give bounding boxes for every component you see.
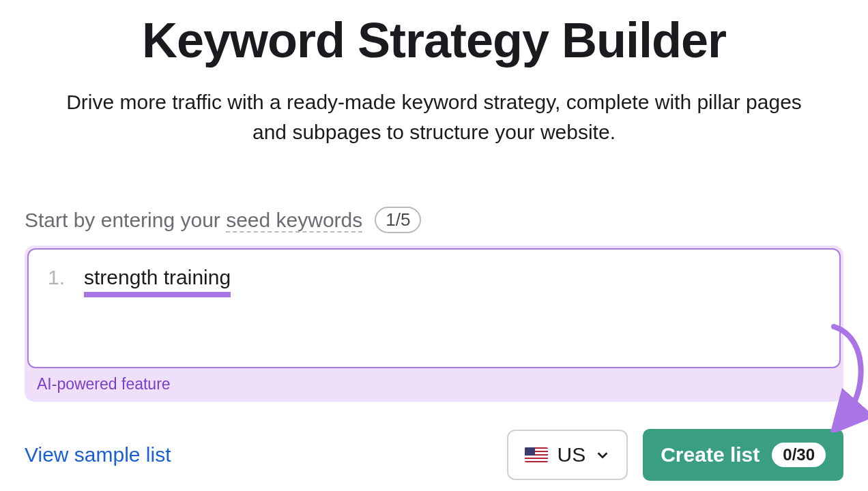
seed-keyword-value: strength training	[84, 266, 231, 289]
create-list-count-badge: 0/30	[772, 443, 826, 467]
highlight-underline	[84, 292, 231, 297]
create-list-label: Create list	[661, 443, 760, 466]
chevron-down-icon	[595, 447, 610, 462]
seed-prompt-text: Start by entering your seed keywords	[25, 209, 362, 232]
seed-row-1: 1. strength training	[48, 266, 820, 289]
seed-input-wrap: 1. strength training AI-powered feature	[25, 246, 843, 402]
footer-right-controls: US Create list 0/30	[507, 429, 843, 481]
seed-keyword-input[interactable]: 1. strength training	[27, 248, 841, 368]
seed-keyword-text: strength training	[84, 266, 231, 288]
page-title: Keyword Strategy Builder	[25, 12, 843, 68]
country-select[interactable]: US	[507, 430, 628, 480]
create-list-button[interactable]: Create list 0/30	[643, 429, 843, 481]
seed-count-pill: 1/5	[375, 207, 421, 233]
seed-keywords-label[interactable]: seed keywords	[226, 209, 362, 233]
country-code-label: US	[558, 443, 586, 466]
page-subtitle: Drive more traffic with a ready-made key…	[25, 87, 843, 147]
us-flag-icon	[525, 447, 548, 462]
view-sample-link[interactable]: View sample list	[25, 443, 171, 466]
seed-row-number: 1.	[48, 266, 65, 289]
seed-prompt-prefix: Start by entering your	[25, 209, 226, 231]
footer-row: View sample list US Create list 0/30	[25, 429, 843, 481]
ai-powered-caption: AI-powered feature	[27, 368, 841, 402]
seed-prompt-row: Start by entering your seed keywords 1/5	[25, 207, 843, 233]
